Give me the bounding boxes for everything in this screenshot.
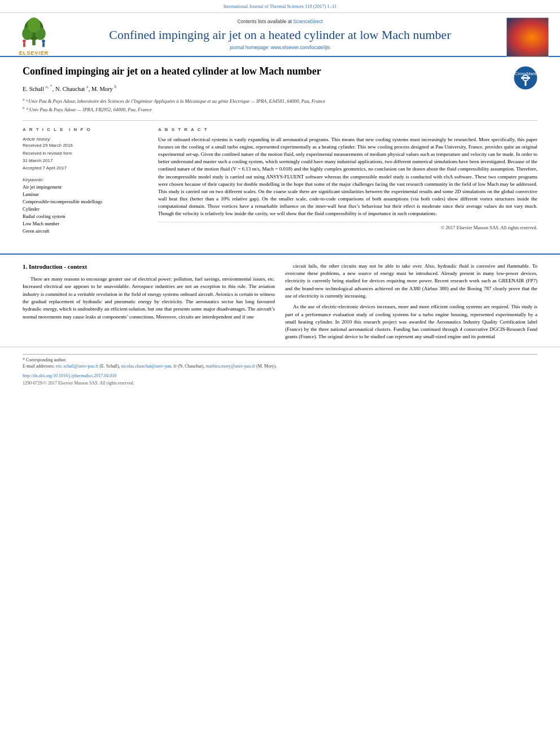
journal-homepage: journal homepage: www.elsevier.com/locat… <box>11 45 549 51</box>
authors-line: E. Schall a, *, N. Chauchat a, M. Mory b <box>23 84 537 93</box>
email-2-link[interactable]: nicolas.chauchat@univ-pau. <box>121 364 173 369</box>
article-info-abstract: A R T I C L E I N F O Article history: R… <box>23 120 537 235</box>
keyword-2: Laminar <box>23 191 147 198</box>
elsevier-logo: ELSEVIER <box>11 18 56 57</box>
journal-cover-thumbnail <box>506 18 549 57</box>
keywords-list: Air jet impingement Laminar Compressible… <box>23 184 147 234</box>
keywords-block: Keywords: Air jet impingement Laminar Co… <box>23 177 147 234</box>
top-bar: International Journal of Thermal Science… <box>0 0 560 13</box>
journal-citation: International Journal of Thermal Science… <box>224 3 337 9</box>
header-center: Contents lists available at ScienceDirec… <box>11 19 549 51</box>
abstract-col: A B S T R A C T Use of onboard electrica… <box>158 126 537 235</box>
footnote-text: * Corresponding author. E-mail addresses… <box>23 357 537 369</box>
journal-header: ELSEVIER Contents lists available at Sci… <box>0 13 560 57</box>
abstract-heading: A B S T R A C T <box>158 126 537 133</box>
intro-section-title: 1. Introduction - context <box>23 263 275 271</box>
homepage-url[interactable]: www.elsevier.com/locate/ijts <box>271 45 330 50</box>
contents-line: Contents lists available at ScienceDirec… <box>11 19 549 25</box>
intro-right-para-2: As the use of electric-electronic device… <box>285 303 537 341</box>
keywords-label: Keywords: <box>23 177 147 183</box>
page: International Journal of Thermal Science… <box>0 0 560 747</box>
svg-rect-6 <box>23 42 25 47</box>
email-4-link[interactable]: mathieu.mory@univ-pau.fr <box>205 364 255 369</box>
received-revised-label: Received in revised form <box>23 150 147 156</box>
footnote-area: * Corresponding author. E-mail addresses… <box>0 347 560 391</box>
article-info-col: A R T I C L E I N F O Article history: R… <box>23 126 147 235</box>
svg-rect-8 <box>42 42 45 47</box>
email-1-link[interactable]: eric.schall@univ-pau.fr <box>56 364 99 369</box>
article-body: CrossMark Confined impinging air jet on … <box>0 57 560 254</box>
journal-title: Confined impinging air jet on a heated c… <box>11 28 549 42</box>
footnote-divider <box>23 354 537 355</box>
issn-line: 1290-0729/© 2017 Elsevier Masson SAS. Al… <box>23 380 537 386</box>
svg-point-7 <box>42 40 45 43</box>
affiliation-b: b ᵇ Univ Pau & Pays Adour — IPRA, FR2952… <box>23 106 537 113</box>
corresponding-note: * Corresponding author. <box>23 357 537 363</box>
keyword-1: Air jet impingement <box>23 184 147 191</box>
keyword-5: Radial cooling system <box>23 213 147 220</box>
crossmark-badge: CrossMark <box>514 66 537 92</box>
affiliations: a ᵃ Univ Pau & Pays Adour, laboratoire d… <box>23 97 537 113</box>
doi-line[interactable]: http://dx.doi.org/10.1016/j.ijthermalsci… <box>23 373 537 379</box>
intro-right-text: circuit fails, the other circuits may no… <box>285 263 537 341</box>
affiliation-a: a ᵃ Univ Pau & Pays Adour, laboratoire d… <box>23 97 537 105</box>
keyword-6: Low Mach number <box>23 221 147 228</box>
intro-left-text: There are many reasons to encourage grea… <box>23 276 275 321</box>
copyright-line: © 2017 Elsevier Masson SAS. All rights r… <box>158 222 537 231</box>
abstract-text: Use of onboard electrical systems is vas… <box>158 136 537 217</box>
main-content: 1. Introduction - context There are many… <box>0 254 560 344</box>
elsevier-tree-icon <box>17 18 51 49</box>
keyword-4: Cylinder <box>23 206 147 213</box>
svg-point-4 <box>28 18 41 33</box>
received-date: Received 29 March 2016 <box>23 142 147 148</box>
article-title: Confined impinging air jet on a heated c… <box>23 65 537 78</box>
elsevier-brand-label: ELSEVIER <box>19 50 49 57</box>
intro-right-para-1: circuit fails, the other circuits may no… <box>285 263 537 300</box>
svg-point-5 <box>23 40 26 43</box>
email-note: E-mail addresses: eric.schall@univ-pau.f… <box>23 363 537 369</box>
intro-para-1: There are many reasons to encourage grea… <box>23 276 275 321</box>
keyword-3: Compressible-incompressible modellings <box>23 199 147 206</box>
main-left-column: 1. Introduction - context There are many… <box>23 263 275 344</box>
keyword-7: Green aircraft <box>23 228 147 235</box>
article-history-block: Article history: Received 29 March 2016 … <box>23 136 147 171</box>
received-revised-date: 31 March 2017 <box>23 158 147 164</box>
accepted-date: Accepted 7 April 2017 <box>23 165 147 171</box>
journal-cover-image <box>507 18 548 56</box>
sciencedirect-link[interactable]: ScienceDirect <box>293 19 322 24</box>
history-label: Article history: <box>23 136 147 142</box>
main-right-column: circuit fails, the other circuits may no… <box>285 263 537 344</box>
article-info-heading: A R T I C L E I N F O <box>23 126 147 133</box>
